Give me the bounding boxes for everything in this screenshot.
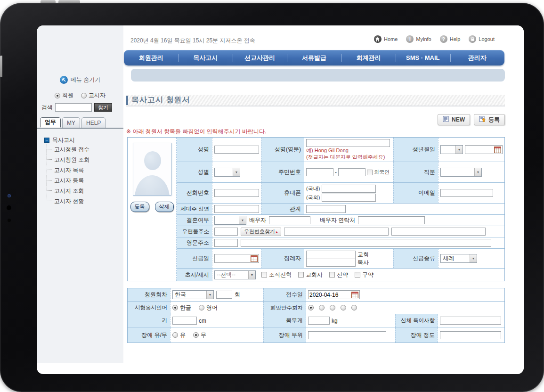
nav-missionary-mgmt[interactable]: 선교사관리 <box>233 50 287 65</box>
tree-root-pastor-exam[interactable]: − 목사고시 <box>44 136 123 144</box>
new-document-icon <box>443 116 449 123</box>
zipcode-find-button[interactable]: 우편번호찾기 <box>241 228 281 236</box>
disability-part-input[interactable] <box>308 331 386 339</box>
phone-input[interactable] <box>214 189 259 197</box>
nav-member-mgmt[interactable]: 회원관리 <box>124 50 178 65</box>
tree-item-examinee-register[interactable]: 고시자 등록 <box>47 175 123 186</box>
radio-member[interactable] <box>55 93 60 98</box>
foreigner-checkbox[interactable] <box>367 170 373 175</box>
tree-item-petition-search[interactable]: 고시청원 조회 <box>47 155 123 165</box>
position-select[interactable]: ▼ <box>440 168 482 177</box>
member-type-examinee[interactable]: 고시자 <box>81 91 106 99</box>
disability-degree-input[interactable] <box>440 331 501 339</box>
body-note-input[interactable] <box>440 317 501 325</box>
retake-select[interactable]: --선택--▼ <box>214 270 256 279</box>
name-en-input[interactable] <box>306 139 390 147</box>
grade-type-select[interactable]: 세례▼ <box>440 254 477 263</box>
new-button[interactable]: NEW <box>438 114 470 125</box>
calendar-icon[interactable] <box>351 292 358 298</box>
home-link[interactable]: Home <box>374 35 398 43</box>
subject-new-testament[interactable]: 신약 <box>329 271 348 279</box>
nav-sms-mail[interactable]: SMS · MAIL <box>396 50 450 65</box>
help-link[interactable]: ? Help <box>440 35 461 43</box>
en-zipcode-input[interactable] <box>214 239 238 247</box>
member-type-member[interactable]: 회원 <box>55 91 73 99</box>
tab-help[interactable]: HELP <box>81 117 106 128</box>
officiant-church-input[interactable] <box>306 251 356 259</box>
calendar-icon[interactable] <box>494 147 501 153</box>
nav-document-issue[interactable]: 서류발급 <box>287 50 341 65</box>
ordination-round-radio-2[interactable] <box>319 305 325 310</box>
language-korean-radio[interactable] <box>172 305 178 310</box>
disability-yes-radio[interactable] <box>172 332 178 338</box>
subject-systematic-checkbox[interactable] <box>261 272 267 278</box>
tab-work[interactable]: 업무 <box>40 117 61 128</box>
zipcode-input[interactable] <box>214 228 238 236</box>
relation-input[interactable] <box>306 205 346 213</box>
height-input[interactable] <box>172 317 197 325</box>
exam-language-label: 시험응시언어 <box>128 302 170 314</box>
birth-date-input[interactable] <box>465 146 494 153</box>
nav-pastor-exam[interactable]: 목사고시 <box>178 50 232 65</box>
language-english-radio[interactable] <box>199 305 204 310</box>
subject-church-history-checkbox[interactable] <box>298 272 304 278</box>
jumin-back-input[interactable] <box>338 168 365 176</box>
zipcode-find-label: 우편번호찾기 <box>244 229 275 234</box>
round-region-select[interactable]: 한국▼ <box>172 290 214 299</box>
photo-delete-button[interactable]: 삭제 <box>155 202 174 212</box>
weight-input[interactable] <box>308 317 330 325</box>
hide-menu-button[interactable]: 메뉴 숨기기 <box>37 76 123 84</box>
tab-my[interactable]: MY <box>62 117 80 128</box>
ordination-round-radio-3[interactable] <box>330 305 335 310</box>
tree-item-examinee-status[interactable]: 고시자 현황 <box>47 196 123 206</box>
spouse-input[interactable] <box>269 216 310 224</box>
photo-register-button[interactable]: 등록 <box>130 202 149 212</box>
subject-church-history[interactable]: 교회사 <box>298 271 323 279</box>
ordination-round-radio-1[interactable] <box>308 305 314 310</box>
language-korean[interactable]: 한글 <box>172 304 191 312</box>
search-input[interactable] <box>55 103 92 112</box>
round-number-input[interactable] <box>216 291 232 299</box>
tree-item-examinee-list[interactable]: 고시자 목록 <box>47 165 123 175</box>
spouse-contact-input[interactable] <box>358 216 425 224</box>
householder-input[interactable] <box>214 205 259 213</box>
mobile-domestic-input[interactable] <box>322 185 376 193</box>
find-button[interactable]: 찾기 <box>94 103 112 112</box>
tree-item-petition-receipt[interactable]: 고시청원 접수 <box>47 144 123 155</box>
subject-old-testament-checkbox[interactable] <box>355 272 360 278</box>
email-input[interactable] <box>440 189 493 197</box>
mobile-overseas-input[interactable] <box>322 194 376 202</box>
subject-old-testament[interactable]: 구약 <box>355 271 373 279</box>
jumin-front-input[interactable] <box>306 168 333 176</box>
radio-examinee[interactable] <box>81 93 87 98</box>
register-button[interactable]: 등록 <box>474 114 505 125</box>
logout-link[interactable]: Logout <box>469 35 495 43</box>
calendar-icon[interactable] <box>251 255 258 262</box>
myinfo-link[interactable]: i Myinfo <box>406 35 431 43</box>
grade-type-label: 신급종류 <box>393 249 438 268</box>
disability-no-radio[interactable] <box>193 332 199 338</box>
collapse-icon[interactable]: − <box>44 138 49 143</box>
language-english[interactable]: 영어 <box>199 304 218 312</box>
ordination-round-radio-5[interactable] <box>351 305 357 310</box>
subject-systematic[interactable]: 조직신학 <box>261 271 292 279</box>
address1-input[interactable] <box>284 228 389 236</box>
grade-date-input[interactable] <box>215 255 251 262</box>
address2-input[interactable] <box>391 228 486 236</box>
disability-yes[interactable]: 유 <box>172 331 186 339</box>
officiant-pastor-input[interactable] <box>306 259 356 267</box>
en-address-input[interactable] <box>241 239 491 247</box>
birth-year-select[interactable]: ▼ <box>440 145 463 154</box>
name-input[interactable] <box>214 146 259 154</box>
ordination-round-radio-4[interactable] <box>341 305 346 310</box>
nav-accounting[interactable]: 회계관리 <box>341 50 396 65</box>
marriage-select[interactable]: ▼ <box>214 216 246 225</box>
subject-new-testament-checkbox[interactable] <box>329 272 335 278</box>
nav-admin[interactable]: 관리자 <box>450 50 504 65</box>
receipt-date-input[interactable] <box>309 291 351 298</box>
disability-no[interactable]: 무 <box>193 331 206 339</box>
gender-select[interactable]: ▼ <box>214 168 240 177</box>
round-unit-label: 회 <box>235 291 240 299</box>
tree-item-examinee-search[interactable]: 고시자 조회 <box>47 186 123 196</box>
access-date-text: 2020년 4월 16일 목요일 15시 25분 지저스온 접속 <box>130 37 255 45</box>
